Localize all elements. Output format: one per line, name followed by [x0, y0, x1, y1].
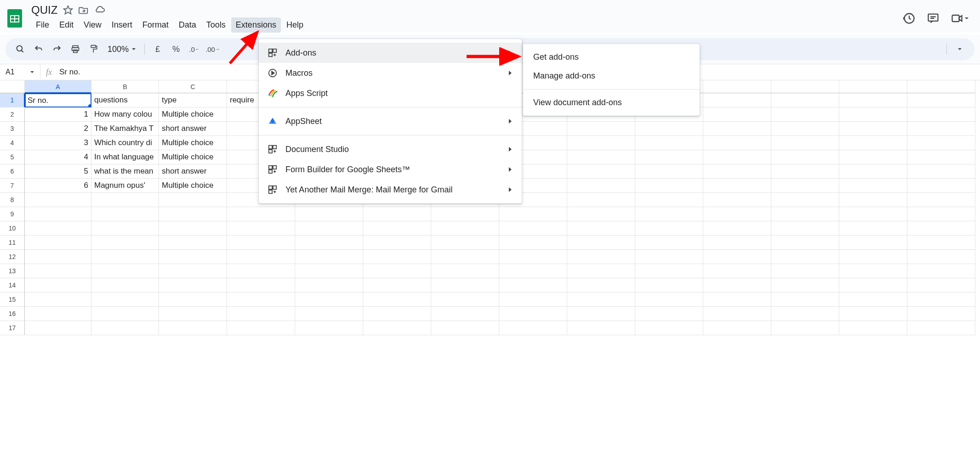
cell[interactable] — [431, 264, 499, 278]
cell[interactable] — [431, 207, 499, 221]
cell[interactable] — [431, 221, 499, 236]
cell[interactable] — [839, 321, 907, 335]
cell[interactable] — [363, 236, 431, 250]
cell[interactable] — [227, 307, 295, 321]
row-header[interactable]: 14 — [0, 278, 25, 293]
row-header[interactable]: 5 — [0, 150, 25, 164]
cell[interactable] — [567, 278, 635, 293]
cell[interactable] — [295, 236, 363, 250]
row-header[interactable]: 13 — [0, 264, 25, 278]
cell[interactable] — [703, 264, 771, 278]
cell[interactable]: 5 — [25, 164, 91, 179]
cloud-icon[interactable] — [94, 5, 105, 16]
cell[interactable] — [771, 107, 839, 122]
extensions-menu-item[interactable]: Add-ons — [259, 43, 522, 63]
cell[interactable]: Multiple choice — [159, 150, 227, 164]
cell[interactable]: type — [159, 93, 227, 107]
cell[interactable] — [227, 278, 295, 293]
search-icon[interactable] — [12, 41, 28, 57]
cell[interactable] — [771, 321, 839, 335]
cell[interactable] — [227, 207, 295, 221]
cell[interactable] — [159, 250, 227, 264]
column-header[interactable]: A — [25, 80, 91, 93]
cell[interactable] — [839, 107, 907, 122]
toolbar-overflow-button[interactable] — [952, 41, 968, 57]
cell[interactable] — [295, 278, 363, 293]
column-header[interactable] — [703, 80, 771, 93]
cell[interactable] — [635, 293, 703, 307]
cell[interactable] — [567, 250, 635, 264]
menu-insert[interactable]: Insert — [107, 17, 137, 33]
document-title[interactable]: QUIZ — [31, 4, 57, 17]
cell[interactable] — [839, 307, 907, 321]
cell[interactable] — [907, 193, 975, 207]
cell[interactable] — [907, 307, 975, 321]
cell[interactable] — [703, 307, 771, 321]
cell[interactable]: Multiple choice — [159, 136, 227, 150]
row-header[interactable]: 15 — [0, 293, 25, 307]
cell[interactable] — [499, 236, 567, 250]
cell[interactable] — [363, 221, 431, 236]
cell[interactable] — [25, 321, 91, 335]
cell[interactable] — [431, 278, 499, 293]
cell[interactable] — [91, 193, 159, 207]
row-header[interactable]: 2 — [0, 107, 25, 122]
row-header[interactable]: 11 — [0, 236, 25, 250]
cell[interactable] — [363, 250, 431, 264]
cell[interactable] — [227, 236, 295, 250]
cell[interactable] — [703, 221, 771, 236]
cell[interactable] — [91, 207, 159, 221]
cell[interactable] — [25, 264, 91, 278]
cell[interactable] — [431, 321, 499, 335]
extensions-menu-item[interactable]: Form Builder for Google Sheets™ — [259, 159, 522, 180]
cell[interactable] — [703, 250, 771, 264]
cell[interactable] — [703, 136, 771, 150]
extensions-menu-item[interactable]: Yet Another Mail Merge: Mail Merge for G… — [259, 180, 522, 200]
column-header[interactable]: B — [91, 80, 159, 93]
extensions-menu-item[interactable]: Macros — [259, 63, 522, 83]
row-header[interactable]: 7 — [0, 179, 25, 193]
menu-edit[interactable]: Edit — [55, 17, 78, 33]
cell[interactable] — [431, 250, 499, 264]
cell[interactable] — [567, 150, 635, 164]
cell[interactable] — [363, 264, 431, 278]
addons-submenu-item[interactable]: Get add-ons — [523, 48, 700, 67]
column-header[interactable] — [839, 80, 907, 93]
cell[interactable] — [907, 122, 975, 136]
percent-button[interactable]: % — [168, 41, 184, 57]
select-all-corner[interactable] — [0, 80, 25, 93]
cell[interactable] — [159, 293, 227, 307]
decrease-decimal-button[interactable]: .0← — [186, 41, 203, 57]
cell[interactable] — [431, 307, 499, 321]
row-header[interactable]: 17 — [0, 321, 25, 335]
cell[interactable] — [839, 278, 907, 293]
cell[interactable] — [25, 193, 91, 207]
extensions-menu-item[interactable]: AppSheet — [259, 111, 522, 131]
cell[interactable] — [567, 307, 635, 321]
cell[interactable] — [635, 236, 703, 250]
cell[interactable] — [159, 207, 227, 221]
cell[interactable] — [771, 278, 839, 293]
cell[interactable] — [771, 307, 839, 321]
menu-help[interactable]: Help — [282, 17, 308, 33]
cell[interactable] — [295, 321, 363, 335]
cell[interactable] — [907, 250, 975, 264]
increase-decimal-button[interactable]: .00→ — [205, 41, 221, 57]
cell[interactable] — [635, 264, 703, 278]
cell[interactable] — [839, 221, 907, 236]
cell[interactable] — [363, 207, 431, 221]
cell[interactable] — [703, 321, 771, 335]
cell[interactable] — [25, 307, 91, 321]
cell[interactable]: short answer — [159, 164, 227, 179]
cell[interactable]: Magnum opus' — [91, 179, 159, 193]
meet-icon[interactable] — [951, 12, 969, 25]
cell[interactable] — [91, 264, 159, 278]
cell[interactable] — [499, 221, 567, 236]
cell[interactable] — [839, 193, 907, 207]
cell[interactable]: Sr no. — [25, 93, 91, 107]
row-header[interactable]: 16 — [0, 307, 25, 321]
cell[interactable] — [25, 250, 91, 264]
cell[interactable] — [499, 293, 567, 307]
cell[interactable] — [567, 122, 635, 136]
cell[interactable] — [295, 221, 363, 236]
